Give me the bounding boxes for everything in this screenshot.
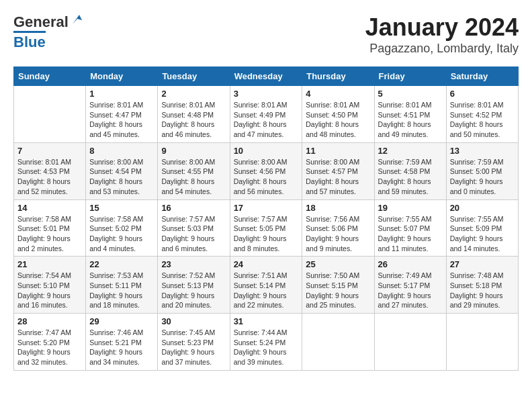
day-number: 25	[306, 259, 370, 269]
day-cell: 10Sunrise: 8:00 AMSunset: 4:56 PMDayligh…	[230, 142, 302, 199]
day-number: 29	[89, 316, 154, 326]
day-info: Sunrise: 8:01 AMSunset: 4:47 PMDaylight:…	[89, 100, 154, 140]
day-info: Sunrise: 7:50 AMSunset: 5:15 PMDaylight:…	[306, 271, 370, 310]
day-cell: 8Sunrise: 8:00 AMSunset: 4:54 PMDaylight…	[86, 142, 158, 199]
day-number: 6	[450, 89, 515, 99]
day-number: 10	[234, 146, 299, 156]
title-section: January 2024 Pagazzano, Lombardy, Italy	[365, 13, 519, 56]
day-info: Sunrise: 7:56 AMSunset: 5:06 PMDaylight:…	[306, 214, 370, 254]
day-info: Sunrise: 7:53 AMSunset: 5:11 PMDaylight:…	[89, 271, 154, 310]
day-info: Sunrise: 7:58 AMSunset: 5:02 PMDaylight:…	[89, 214, 154, 254]
day-number: 14	[17, 203, 82, 213]
day-cell	[302, 314, 374, 371]
day-info: Sunrise: 8:00 AMSunset: 4:55 PMDaylight:…	[161, 157, 226, 197]
day-info: Sunrise: 7:44 AMSunset: 5:24 PMDaylight:…	[234, 328, 299, 367]
col-header-tuesday: Tuesday	[158, 67, 230, 86]
day-cell: 12Sunrise: 7:59 AMSunset: 4:58 PMDayligh…	[374, 142, 446, 199]
day-info: Sunrise: 8:01 AMSunset: 4:53 PMDaylight:…	[17, 157, 82, 197]
day-info: Sunrise: 7:59 AMSunset: 5:00 PMDaylight:…	[450, 157, 515, 197]
day-cell: 28Sunrise: 7:47 AMSunset: 5:20 PMDayligh…	[14, 314, 86, 371]
day-cell: 24Sunrise: 7:51 AMSunset: 5:14 PMDayligh…	[230, 257, 302, 314]
day-cell: 16Sunrise: 7:57 AMSunset: 5:03 PMDayligh…	[158, 199, 230, 257]
day-number: 18	[306, 203, 370, 213]
day-cell: 5Sunrise: 8:01 AMSunset: 4:51 PMDaylight…	[374, 86, 446, 143]
day-info: Sunrise: 7:55 AMSunset: 5:07 PMDaylight:…	[378, 214, 443, 254]
logo-bird-icon	[70, 12, 85, 27]
day-number: 31	[234, 316, 299, 326]
calendar-body: 1Sunrise: 8:01 AMSunset: 4:47 PMDaylight…	[14, 86, 519, 371]
day-cell: 31Sunrise: 7:44 AMSunset: 5:24 PMDayligh…	[230, 314, 302, 371]
day-number: 7	[17, 146, 82, 156]
day-number: 12	[378, 146, 443, 156]
header-row: SundayMondayTuesdayWednesdayThursdayFrid…	[14, 67, 519, 86]
svg-marker-0	[73, 15, 82, 24]
day-info: Sunrise: 7:58 AMSunset: 5:01 PMDaylight:…	[17, 214, 82, 254]
day-number: 16	[161, 203, 226, 213]
day-info: Sunrise: 7:57 AMSunset: 5:05 PMDaylight:…	[234, 214, 299, 254]
day-info: Sunrise: 7:46 AMSunset: 5:21 PMDaylight:…	[89, 328, 154, 367]
day-cell: 14Sunrise: 7:58 AMSunset: 5:01 PMDayligh…	[14, 199, 86, 257]
day-info: Sunrise: 7:54 AMSunset: 5:10 PMDaylight:…	[17, 271, 82, 310]
day-number: 22	[89, 259, 154, 269]
day-number: 20	[450, 203, 515, 213]
day-cell: 4Sunrise: 8:01 AMSunset: 4:50 PMDaylight…	[302, 86, 374, 143]
day-cell: 20Sunrise: 7:55 AMSunset: 5:09 PMDayligh…	[446, 199, 518, 257]
day-cell	[446, 314, 518, 371]
day-cell: 19Sunrise: 7:55 AMSunset: 5:07 PMDayligh…	[374, 199, 446, 257]
day-cell: 23Sunrise: 7:52 AMSunset: 5:13 PMDayligh…	[158, 257, 230, 314]
day-cell: 7Sunrise: 8:01 AMSunset: 4:53 PMDaylight…	[14, 142, 86, 199]
day-cell: 17Sunrise: 7:57 AMSunset: 5:05 PMDayligh…	[230, 199, 302, 257]
day-cell: 15Sunrise: 7:58 AMSunset: 5:02 PMDayligh…	[86, 199, 158, 257]
day-info: Sunrise: 7:45 AMSunset: 5:23 PMDaylight:…	[161, 328, 226, 367]
day-info: Sunrise: 8:01 AMSunset: 4:52 PMDaylight:…	[450, 100, 515, 140]
week-row-5: 28Sunrise: 7:47 AMSunset: 5:20 PMDayligh…	[14, 314, 519, 371]
day-cell: 29Sunrise: 7:46 AMSunset: 5:21 PMDayligh…	[86, 314, 158, 371]
calendar-header: SundayMondayTuesdayWednesdayThursdayFrid…	[14, 67, 519, 86]
day-number: 8	[89, 146, 154, 156]
day-info: Sunrise: 8:01 AMSunset: 4:50 PMDaylight:…	[306, 100, 370, 140]
day-info: Sunrise: 7:48 AMSunset: 5:18 PMDaylight:…	[450, 271, 515, 310]
day-number: 13	[450, 146, 515, 156]
week-row-4: 21Sunrise: 7:54 AMSunset: 5:10 PMDayligh…	[14, 257, 519, 314]
day-number: 11	[306, 146, 370, 156]
col-header-monday: Monday	[86, 67, 158, 86]
day-info: Sunrise: 8:01 AMSunset: 4:49 PMDaylight:…	[234, 100, 299, 140]
day-number: 9	[161, 146, 226, 156]
calendar-subtitle: Pagazzano, Lombardy, Italy	[365, 42, 519, 56]
logo-blue: Blue	[13, 31, 46, 51]
col-header-saturday: Saturday	[446, 67, 518, 86]
day-number: 1	[89, 89, 154, 99]
day-number: 17	[234, 203, 299, 213]
col-header-wednesday: Wednesday	[230, 67, 302, 86]
day-cell: 18Sunrise: 7:56 AMSunset: 5:06 PMDayligh…	[302, 199, 374, 257]
page-header: General Blue January 2024 Pagazzano, Lom…	[13, 13, 519, 56]
day-number: 5	[378, 89, 443, 99]
day-info: Sunrise: 8:00 AMSunset: 4:57 PMDaylight:…	[306, 157, 370, 197]
day-cell: 25Sunrise: 7:50 AMSunset: 5:15 PMDayligh…	[302, 257, 374, 314]
day-number: 4	[306, 89, 370, 99]
col-header-sunday: Sunday	[14, 67, 86, 86]
day-info: Sunrise: 7:57 AMSunset: 5:03 PMDaylight:…	[161, 214, 226, 254]
day-info: Sunrise: 7:49 AMSunset: 5:17 PMDaylight:…	[378, 271, 443, 310]
day-info: Sunrise: 7:59 AMSunset: 4:58 PMDaylight:…	[378, 157, 443, 197]
day-number: 15	[89, 203, 154, 213]
col-header-friday: Friday	[374, 67, 446, 86]
day-info: Sunrise: 7:52 AMSunset: 5:13 PMDaylight:…	[161, 271, 226, 310]
day-cell	[374, 314, 446, 371]
day-cell: 3Sunrise: 8:01 AMSunset: 4:49 PMDaylight…	[230, 86, 302, 143]
week-row-2: 7Sunrise: 8:01 AMSunset: 4:53 PMDaylight…	[14, 142, 519, 199]
day-number: 19	[378, 203, 443, 213]
day-info: Sunrise: 8:01 AMSunset: 4:51 PMDaylight:…	[378, 100, 443, 140]
week-row-3: 14Sunrise: 7:58 AMSunset: 5:01 PMDayligh…	[14, 199, 519, 257]
day-cell: 2Sunrise: 8:01 AMSunset: 4:48 PMDaylight…	[158, 86, 230, 143]
col-header-thursday: Thursday	[302, 67, 374, 86]
day-cell: 27Sunrise: 7:48 AMSunset: 5:18 PMDayligh…	[446, 257, 518, 314]
day-cell: 22Sunrise: 7:53 AMSunset: 5:11 PMDayligh…	[86, 257, 158, 314]
day-info: Sunrise: 8:01 AMSunset: 4:48 PMDaylight:…	[161, 100, 226, 140]
day-cell: 6Sunrise: 8:01 AMSunset: 4:52 PMDaylight…	[446, 86, 518, 143]
day-cell: 26Sunrise: 7:49 AMSunset: 5:17 PMDayligh…	[374, 257, 446, 314]
calendar-title: January 2024	[365, 13, 519, 42]
day-cell: 9Sunrise: 8:00 AMSunset: 4:55 PMDaylight…	[158, 142, 230, 199]
day-cell: 13Sunrise: 7:59 AMSunset: 5:00 PMDayligh…	[446, 142, 518, 199]
day-number: 2	[161, 89, 226, 99]
